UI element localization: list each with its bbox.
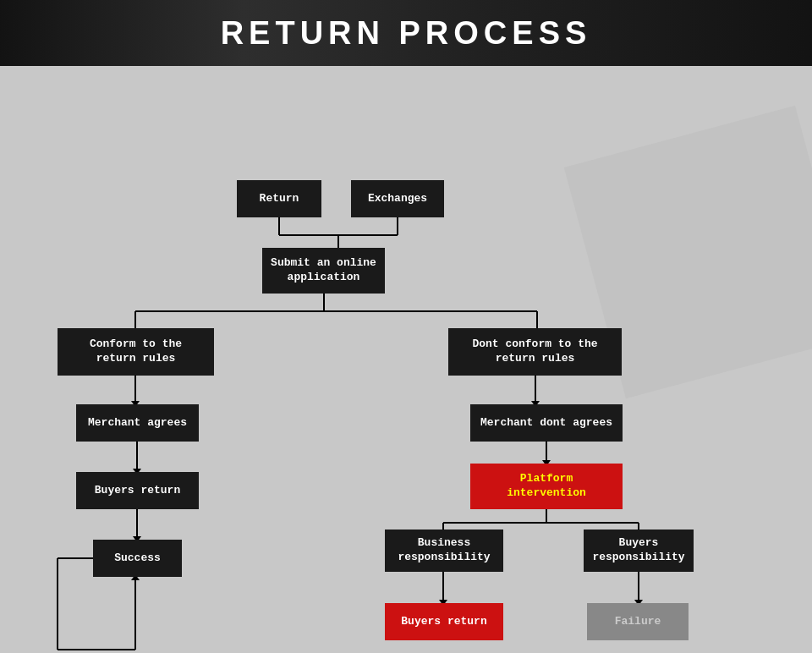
- box-conform: Conform to thereturn rules: [58, 328, 214, 376]
- box-dont-conform: Dont conform to thereturn rules: [448, 328, 622, 376]
- buyers-resp-label: Buyersresponsibility: [592, 536, 684, 565]
- page-title: RETURN PROCESS: [221, 15, 592, 52]
- box-platform-intervention: Platformintervention: [470, 464, 623, 509]
- box-buyers-return-right: Buyers return: [385, 603, 503, 640]
- box-merchant-agrees: Merchant agrees: [76, 404, 199, 442]
- box-failure: Failure: [587, 603, 689, 640]
- box-buyers-responsibility: Buyersresponsibility: [584, 530, 694, 572]
- box-business-responsibility: Businessresponsibility: [385, 530, 503, 572]
- conform-label: Conform to thereturn rules: [90, 337, 182, 366]
- box-exchanges: Exchanges: [351, 180, 444, 217]
- business-resp-label: Businessresponsibility: [398, 536, 490, 565]
- box-buyers-return-left: Buyers return: [76, 472, 199, 509]
- box-merchant-dont: Merchant dont agrees: [470, 404, 623, 442]
- box-submit: Submit an onlineapplication: [262, 248, 385, 294]
- dont-conform-label: Dont conform to thereturn rules: [472, 337, 597, 366]
- header-banner: RETURN PROCESS: [0, 0, 812, 66]
- main-content: Return Exchanges Submit an onlineapplica…: [0, 66, 812, 653]
- submit-label: Submit an onlineapplication: [271, 256, 376, 285]
- box-return: Return: [237, 180, 321, 217]
- platform-label: Platformintervention: [507, 472, 586, 501]
- box-success: Success: [93, 540, 182, 577]
